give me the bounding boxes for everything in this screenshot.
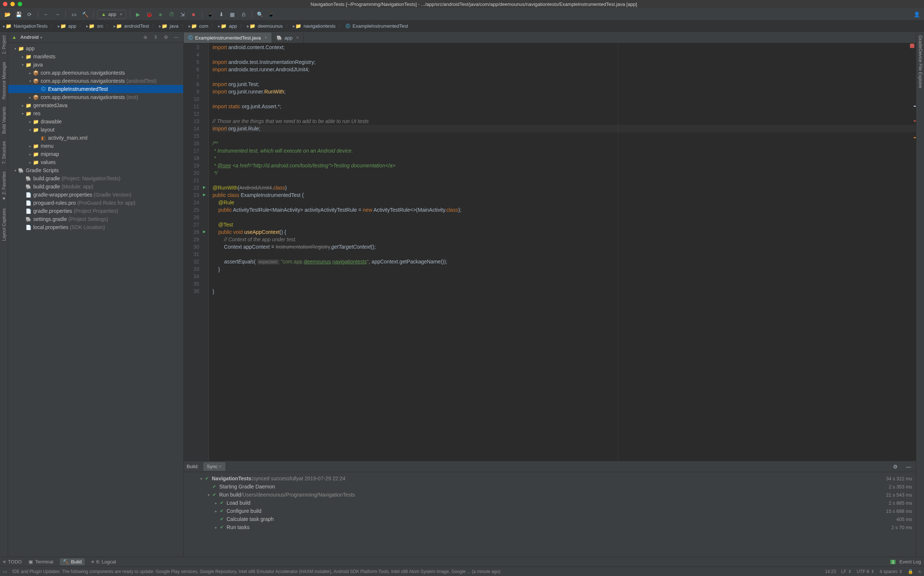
code-editor[interactable]: import android.content.Context; import a… (209, 43, 916, 461)
line-separator[interactable]: LF ⇕ (841, 569, 852, 574)
project-tree[interactable]: ▾📁app▸📁manifests▾📁java▸📦com.app.deemounu… (8, 43, 183, 557)
tool-tab[interactable]: ≡TODO (3, 559, 22, 565)
status-rect-icon[interactable]: ▭ (3, 569, 7, 574)
avd-icon[interactable]: 📱 (206, 10, 215, 19)
breadcrumb-segment[interactable]: Ⓒ ExampleInstrumentedTest (346, 23, 408, 30)
search-icon[interactable]: 🔍 (256, 10, 265, 19)
build-row[interactable]: ▸✔Configure build15 s 688 ms (199, 507, 912, 515)
run-gutter-icon[interactable]: ▶ (203, 185, 207, 189)
tree-node[interactable]: 🐘build.gradle(Module: app) (8, 182, 183, 190)
tree-node[interactable]: ⒸExampleInstrumentedTest (8, 85, 183, 93)
tree-node[interactable]: ▸📁values (8, 158, 183, 166)
error-stripe-indicator[interactable] (910, 43, 914, 48)
breadcrumb-segment[interactable]: ▸📁 navigationtests (293, 23, 336, 29)
tree-node[interactable]: ▾📁app (8, 44, 183, 53)
coverage-icon[interactable]: ⎈ (156, 10, 165, 19)
tree-node[interactable]: ▾🐘Gradle Scripts (8, 166, 183, 174)
hammer-icon[interactable]: 🔨 (80, 10, 90, 19)
tool-stripe-button[interactable]: 7: Structure (2, 141, 6, 164)
build-row[interactable]: ▾✔NavigationTests: synced successfully a… (199, 474, 912, 483)
tree-node[interactable]: 🐘build.gradle(Project: NavigationTests) (8, 174, 183, 182)
gear-icon[interactable]: ⚙ (163, 34, 169, 40)
file-encoding[interactable]: UTF-8 ⇕ (857, 569, 874, 574)
minimize-icon[interactable] (10, 2, 15, 6)
tool-tab[interactable]: ≡6: Logcat (91, 559, 116, 565)
maximize-icon[interactable] (18, 2, 22, 6)
tree-node[interactable]: 🐘settings.gradle(Project Settings) (8, 215, 183, 223)
build-row[interactable]: ▸✔Run tasks2 s 70 ms (199, 523, 912, 531)
tree-node[interactable]: ▸📦com.app.deemounus.navigationtests(test… (8, 93, 183, 101)
close-icon[interactable] (3, 2, 7, 6)
tree-node[interactable]: 📄gradle.properties(Project Properties) (8, 207, 183, 215)
run-gutter-icon[interactable]: ▶ (203, 192, 207, 196)
breadcrumb-segment[interactable]: ▸📁 androidTest (114, 23, 149, 29)
build-row[interactable]: ✔Calculate task graph405 ms (199, 515, 912, 523)
collapse-icon[interactable]: ⇕ (152, 34, 159, 40)
status-message[interactable]: IDE and Plugin Updates: The following co… (12, 569, 820, 574)
tool-stripe-button[interactable]: Resource Manager (2, 62, 6, 99)
tool-stripe-button[interactable]: ★ 2: Favorites (2, 171, 6, 201)
breadcrumb-segment[interactable]: ▸📁 src (86, 23, 103, 29)
icon-gutter[interactable]: ▶▶▶ (202, 43, 209, 461)
user-icon[interactable]: 👤 (912, 10, 921, 19)
memory-icon[interactable]: ⎋ (918, 569, 921, 574)
device-icon[interactable]: 📱 (267, 10, 276, 19)
event-log-tab[interactable]: 1Event Log (890, 559, 921, 565)
project-view-combo[interactable]: Android (20, 34, 42, 40)
tree-node[interactable]: 📄proguard-rules.pro(ProGuard Rules for a… (8, 199, 183, 207)
tree-node[interactable]: ▸📦com.app.deemounus.navigationtests (8, 69, 183, 77)
save-icon[interactable]: 💾 (14, 10, 23, 19)
tree-node[interactable]: ▸📁manifests (8, 53, 183, 61)
target-icon[interactable]: ⊕ (142, 34, 149, 40)
breadcrumb-segment[interactable]: ▸📁 com (189, 23, 208, 29)
tree-node[interactable]: 📄local.properties(SDK Location) (8, 223, 183, 231)
tree-node[interactable]: ▾📦com.app.deemounus.navigationtests(andr… (8, 77, 183, 85)
tree-node[interactable]: ▸📁drawable (8, 117, 183, 126)
run-config-combo[interactable]: ▲ app (97, 10, 126, 19)
tree-node[interactable]: 📄gradle-wrapper.properties(Gradle Versio… (8, 190, 183, 199)
gear-icon[interactable]: ⚙ (891, 462, 900, 471)
layout-bounds-icon[interactable]: ▦ (228, 10, 237, 19)
open-icon[interactable]: 📂 (3, 10, 12, 19)
minimize-panel-icon[interactable]: — (904, 462, 913, 471)
breadcrumb-segment[interactable]: ▸📁 NavigationTests (3, 23, 48, 29)
marker-stripe[interactable] (914, 137, 916, 138)
minimize-panel-icon[interactable]: — (173, 34, 179, 40)
capture-icon[interactable]: ⎙ (239, 10, 248, 19)
sync-tab[interactable]: Sync × (203, 462, 226, 471)
readonly-icon[interactable]: 🔒 (908, 569, 913, 574)
build-row[interactable]: ▸✔Load build2 s 885 ms (199, 499, 912, 507)
marker-stripe[interactable] (914, 120, 916, 122)
tool-stripe-button[interactable]: Layout Captures (2, 208, 6, 241)
tree-node[interactable]: ▾📁res (8, 109, 183, 117)
run-icon[interactable]: ▶ (134, 10, 143, 19)
tool-stripe-button[interactable]: Device File Explorer (918, 49, 923, 88)
build-icon[interactable]: ▭ (69, 10, 78, 19)
tree-node[interactable]: ◧activity_main.xml (8, 134, 183, 142)
profile-icon[interactable]: ⏱ (167, 10, 176, 19)
tree-node[interactable]: ▾📁layout (8, 126, 183, 134)
tree-node[interactable]: ▾📁java (8, 61, 183, 69)
forward-icon[interactable]: → (53, 10, 62, 19)
tree-node[interactable]: ▸📁generatedJava (8, 101, 183, 109)
build-row[interactable]: ✔Starting Gradle Daemon2 s 353 ms (199, 483, 912, 491)
tree-node[interactable]: ▸📁menu (8, 142, 183, 150)
breadcrumb-segment[interactable]: ▸📁 app (58, 23, 77, 29)
attach-icon[interactable]: ⇲ (178, 10, 187, 19)
tree-node[interactable]: ▸📁mipmap (8, 150, 183, 158)
tool-stripe-button[interactable]: Build Variants (2, 107, 6, 134)
breadcrumb-segment[interactable]: ▸📁 deemounus (247, 23, 283, 29)
tool-stripe-button[interactable]: 1: Project (2, 35, 6, 54)
breadcrumb-segment[interactable]: ▸📁 java (159, 23, 179, 29)
breadcrumb-segment[interactable]: ▸📁 app (218, 23, 237, 29)
tool-tab[interactable]: 🔨Build (60, 558, 85, 565)
run-gutter-icon[interactable]: ▶ (203, 229, 207, 233)
build-output[interactable]: ▾✔NavigationTests: synced successfully a… (184, 472, 916, 539)
tool-tab[interactable]: ▣Terminal (29, 559, 53, 565)
editor-tab[interactable]: 🐘app× (272, 32, 304, 43)
cursor-position[interactable]: 14:23 (825, 569, 836, 574)
marker-stripe[interactable] (914, 106, 916, 107)
stop-icon[interactable]: ■ (189, 10, 198, 19)
indent-setting[interactable]: 4 spaces ⇕ (880, 569, 903, 574)
line-gutter[interactable]: 3456789101112131415161718192021222324252… (184, 43, 202, 461)
